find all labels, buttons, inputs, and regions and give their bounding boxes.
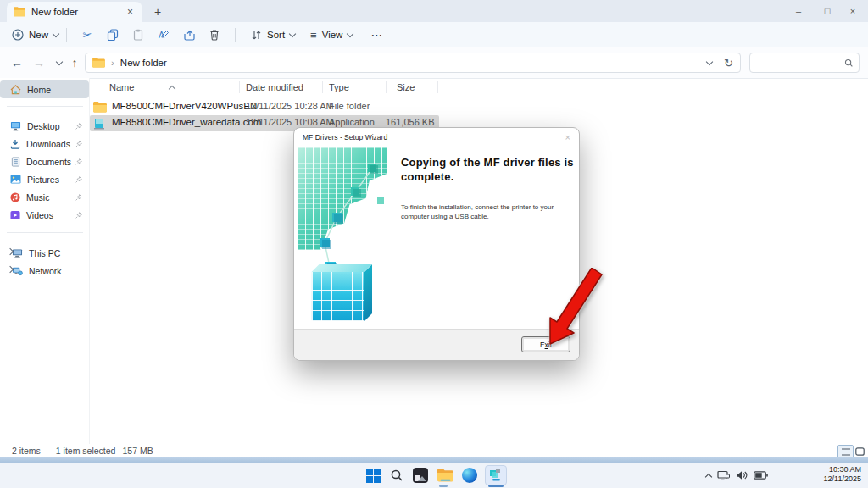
sidebar-item-music[interactable]: Music	[0, 188, 89, 206]
sidebar-separator	[7, 232, 83, 233]
toolbar-divider	[66, 28, 67, 42]
sidebar-item-videos[interactable]: Videos	[0, 206, 89, 224]
selection-size: 157 MB	[122, 446, 153, 456]
sidebar-item-label: Music	[26, 192, 75, 202]
tab-close-icon[interactable]: ×	[125, 6, 136, 18]
edge-icon	[462, 468, 477, 483]
tray-chevron-up-icon[interactable]	[705, 473, 712, 480]
command-bar: New ✂ A	[0, 22, 868, 47]
copy-button[interactable]	[100, 24, 125, 46]
taskbar-clock[interactable]: 10:30 AM 12/11/2025	[824, 465, 861, 484]
pin-icon	[75, 212, 82, 219]
pin-icon	[75, 158, 82, 165]
sort-button[interactable]: Sort	[243, 24, 303, 46]
red-arrow-icon	[534, 268, 607, 352]
folder-icon	[14, 7, 25, 17]
windows-start-icon	[366, 469, 381, 483]
sidebar-item-label: Pictures	[27, 175, 75, 185]
back-button[interactable]: ←	[7, 53, 27, 73]
minimize-button[interactable]: –	[783, 0, 814, 22]
file-row-folder[interactable]: MF8500CMFDriverV420WPusEN 12/11/2025 10:…	[0, 99, 868, 115]
new-tab-button[interactable]: +	[149, 3, 166, 20]
chevron-down-icon	[347, 30, 353, 36]
sidebar-item-label: This PC	[29, 248, 89, 258]
taskbar-search-button[interactable]	[387, 465, 407, 485]
videos-icon	[10, 210, 20, 220]
search-icon	[844, 58, 854, 68]
sidebar-divider	[89, 78, 90, 444]
sidebar-item-this-pc[interactable]: This PC	[0, 244, 89, 262]
trash-icon	[209, 29, 220, 41]
forward-button[interactable]: →	[29, 53, 49, 73]
column-divider[interactable]	[322, 81, 323, 93]
pin-icon	[75, 141, 82, 147]
taskbar-edge-button[interactable]	[459, 465, 480, 485]
copy-icon	[107, 29, 119, 41]
cut-button[interactable]: ✂	[75, 24, 100, 46]
item-count: 2 items	[12, 446, 41, 456]
dialog-title: MF Drivers - Setup Wizard	[303, 133, 387, 141]
new-button[interactable]: New	[12, 29, 58, 41]
address-dropdown-icon[interactable]	[706, 58, 713, 64]
volume-icon[interactable]	[736, 470, 748, 480]
new-button-label: New	[29, 30, 48, 40]
file-type: Application	[329, 117, 375, 127]
taskbar-file-explorer-button[interactable]	[435, 465, 455, 485]
file-name: MF8580CMFDriver_waredata.com	[112, 117, 261, 127]
tab-new-folder[interactable]: New folder ×	[7, 2, 142, 22]
rename-button[interactable]: A	[151, 24, 176, 46]
column-header-type[interactable]: Type	[329, 78, 349, 97]
file-date-modified: 12/11/2025 10:28 AM	[246, 101, 334, 111]
paste-button[interactable]	[125, 24, 151, 46]
start-button[interactable]	[363, 465, 383, 485]
view-button[interactable]: ≡ View	[303, 24, 360, 46]
column-divider[interactable]	[386, 81, 387, 93]
dialog-close-icon[interactable]: ×	[565, 132, 570, 142]
sidebar-item-pictures[interactable]: Pictures	[0, 170, 89, 188]
refresh-icon[interactable]: ↻	[724, 57, 733, 69]
selection-count: 1 item selected	[56, 446, 116, 456]
sidebar-item-label: Downloads	[26, 139, 75, 149]
column-header-size[interactable]: Size	[397, 78, 415, 97]
sidebar-item-network[interactable]: Network	[0, 262, 89, 280]
sort-ascending-icon	[169, 86, 175, 92]
column-header-name[interactable]: Name	[109, 78, 134, 97]
battery-icon[interactable]	[754, 471, 768, 480]
delete-button[interactable]	[202, 24, 227, 46]
annotation-arrow	[534, 268, 607, 352]
sidebar-item-downloads[interactable]: Downloads	[0, 135, 89, 152]
share-icon	[183, 29, 196, 41]
sidebar-item-label: Home	[27, 85, 89, 95]
file-size: 161,056 KB	[386, 117, 434, 127]
chevron-down-icon	[289, 30, 296, 36]
search-icon	[390, 469, 403, 482]
address-bar[interactable]: › New folder ↻	[85, 53, 741, 73]
details-view-icon	[842, 448, 850, 456]
taskbar-setup-wizard-button[interactable]	[485, 465, 507, 485]
search-input[interactable]	[755, 57, 844, 69]
view-button-label: View	[322, 30, 343, 40]
sort-button-label: Sort	[267, 30, 285, 40]
sidebar-item-home[interactable]: Home	[0, 80, 89, 98]
taskbar-photos-app-button[interactable]	[410, 465, 431, 485]
close-button[interactable]: ×	[837, 0, 868, 22]
sidebar-item-documents[interactable]: Documents	[0, 152, 89, 170]
large-icons-view-button[interactable]	[853, 445, 867, 458]
clock-date: 12/11/2025	[824, 474, 861, 484]
up-button[interactable]: ↑	[64, 53, 85, 73]
application-icon	[93, 118, 105, 130]
column-divider[interactable]	[437, 81, 438, 93]
dialog-title-bar[interactable]: MF Drivers - Setup Wizard ×	[294, 128, 579, 147]
music-icon	[10, 192, 20, 202]
search-box[interactable]	[749, 53, 860, 73]
more-options-button[interactable]: ⋯	[364, 24, 389, 46]
share-button[interactable]	[176, 24, 202, 46]
column-header-date-modified[interactable]: Date modified	[246, 78, 303, 97]
network-status-icon[interactable]	[717, 470, 730, 481]
folder-icon	[92, 58, 105, 68]
voxel-cube-graphic	[311, 272, 364, 321]
sidebar-item-label: Network	[29, 266, 89, 276]
explorer-running-indicator	[439, 485, 448, 487]
column-divider[interactable]	[239, 81, 240, 93]
breadcrumb[interactable]: New folder	[120, 58, 167, 68]
